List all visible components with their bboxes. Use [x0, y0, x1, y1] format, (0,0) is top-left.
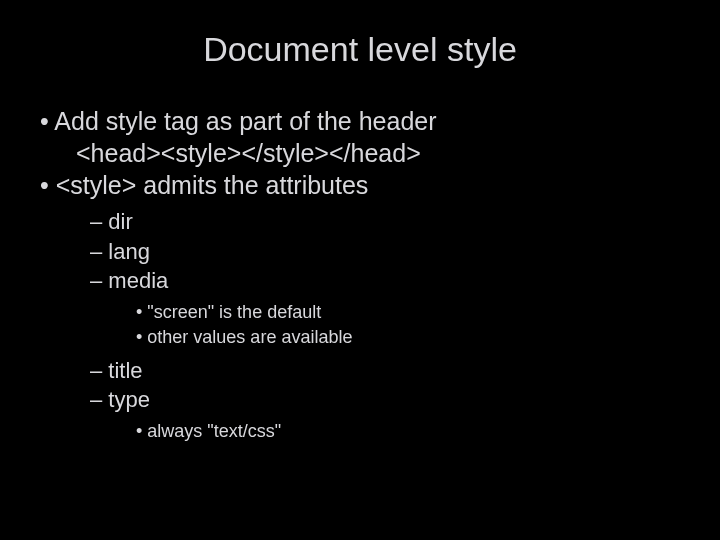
- attr-media: media: [112, 266, 690, 296]
- attr-lang: lang: [112, 237, 690, 267]
- bullet-add-style: Add style tag as part of the header: [66, 105, 690, 137]
- bullet-style-attributes: <style> admits the attributes: [66, 169, 690, 201]
- media-other-values: other values are available: [154, 325, 690, 350]
- attr-title: title: [112, 356, 690, 386]
- bullet-list-level2-bottom: title type: [30, 356, 690, 415]
- bullet-list-level1: Add style tag as part of the header <hea…: [30, 105, 690, 201]
- attr-dir: dir: [112, 207, 690, 237]
- attr-type: type: [112, 385, 690, 415]
- media-screen-default: "screen" is the default: [154, 300, 690, 325]
- bullet-list-level2-top: dir lang media: [30, 207, 690, 296]
- code-line: <head><style></style></head>: [76, 137, 690, 169]
- type-always-textcss: always "text/css": [154, 419, 690, 444]
- bullet-list-level3-type: always "text/css": [30, 419, 690, 444]
- bullet-list-level3-media: "screen" is the default other values are…: [30, 300, 690, 350]
- slide: Document level style Add style tag as pa…: [0, 0, 720, 540]
- slide-title: Document level style: [30, 30, 690, 69]
